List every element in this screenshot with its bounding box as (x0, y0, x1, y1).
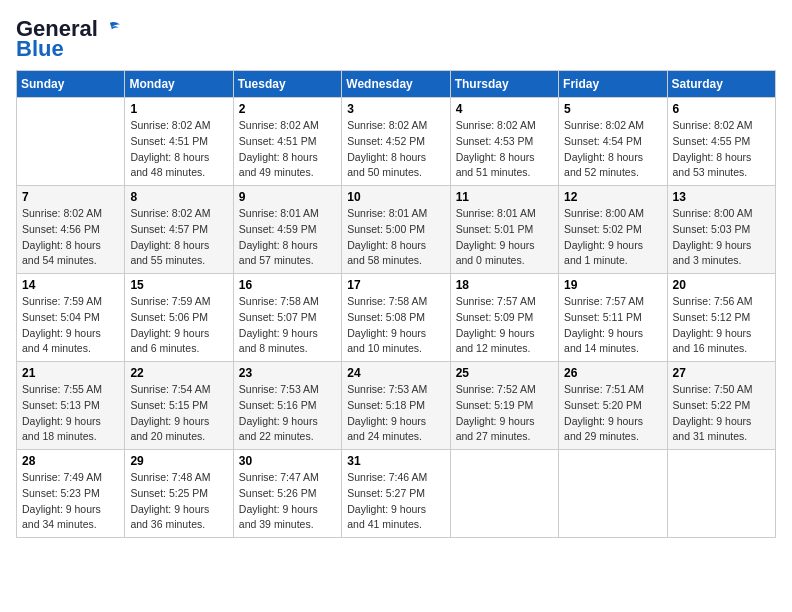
daylight-label: Daylight: 9 hours and 16 minutes. (673, 327, 752, 355)
day-number: 4 (456, 102, 553, 116)
day-number: 6 (673, 102, 770, 116)
calendar-cell: 27 Sunrise: 7:50 AM Sunset: 5:22 PM Dayl… (667, 362, 775, 450)
day-number: 23 (239, 366, 336, 380)
calendar-cell: 14 Sunrise: 7:59 AM Sunset: 5:04 PM Dayl… (17, 274, 125, 362)
day-of-week-header: Saturday (667, 71, 775, 98)
day-number: 28 (22, 454, 119, 468)
day-info: Sunrise: 8:02 AM Sunset: 4:57 PM Dayligh… (130, 206, 227, 269)
day-number: 30 (239, 454, 336, 468)
sunset-label: Sunset: 4:54 PM (564, 135, 642, 147)
sunrise-label: Sunrise: 7:59 AM (130, 295, 210, 307)
day-info: Sunrise: 7:55 AM Sunset: 5:13 PM Dayligh… (22, 382, 119, 445)
day-info: Sunrise: 8:02 AM Sunset: 4:51 PM Dayligh… (239, 118, 336, 181)
day-info: Sunrise: 7:49 AM Sunset: 5:23 PM Dayligh… (22, 470, 119, 533)
day-of-week-header: Monday (125, 71, 233, 98)
daylight-label: Daylight: 9 hours and 31 minutes. (673, 415, 752, 443)
daylight-label: Daylight: 9 hours and 36 minutes. (130, 503, 209, 531)
calendar-cell: 28 Sunrise: 7:49 AM Sunset: 5:23 PM Dayl… (17, 450, 125, 538)
day-info: Sunrise: 7:57 AM Sunset: 5:09 PM Dayligh… (456, 294, 553, 357)
day-number: 13 (673, 190, 770, 204)
calendar-cell: 30 Sunrise: 7:47 AM Sunset: 5:26 PM Dayl… (233, 450, 341, 538)
sunset-label: Sunset: 5:09 PM (456, 311, 534, 323)
day-number: 5 (564, 102, 661, 116)
day-number: 26 (564, 366, 661, 380)
day-number: 8 (130, 190, 227, 204)
calendar-week-row: 14 Sunrise: 7:59 AM Sunset: 5:04 PM Dayl… (17, 274, 776, 362)
sunrise-label: Sunrise: 7:55 AM (22, 383, 102, 395)
calendar-cell: 24 Sunrise: 7:53 AM Sunset: 5:18 PM Dayl… (342, 362, 450, 450)
day-info: Sunrise: 7:59 AM Sunset: 5:04 PM Dayligh… (22, 294, 119, 357)
sunrise-label: Sunrise: 7:59 AM (22, 295, 102, 307)
sunrise-label: Sunrise: 7:57 AM (456, 295, 536, 307)
sunset-label: Sunset: 5:08 PM (347, 311, 425, 323)
day-number: 2 (239, 102, 336, 116)
day-number: 29 (130, 454, 227, 468)
daylight-label: Daylight: 9 hours and 18 minutes. (22, 415, 101, 443)
sunrise-label: Sunrise: 8:00 AM (673, 207, 753, 219)
day-number: 18 (456, 278, 553, 292)
day-info: Sunrise: 7:51 AM Sunset: 5:20 PM Dayligh… (564, 382, 661, 445)
sunset-label: Sunset: 4:53 PM (456, 135, 534, 147)
day-info: Sunrise: 7:53 AM Sunset: 5:18 PM Dayligh… (347, 382, 444, 445)
calendar-cell: 10 Sunrise: 8:01 AM Sunset: 5:00 PM Dayl… (342, 186, 450, 274)
calendar-cell: 12 Sunrise: 8:00 AM Sunset: 5:02 PM Dayl… (559, 186, 667, 274)
calendar-cell: 25 Sunrise: 7:52 AM Sunset: 5:19 PM Dayl… (450, 362, 558, 450)
day-info: Sunrise: 8:00 AM Sunset: 5:03 PM Dayligh… (673, 206, 770, 269)
page-header: General Blue (16, 16, 776, 62)
sunset-label: Sunset: 4:51 PM (130, 135, 208, 147)
day-number: 14 (22, 278, 119, 292)
calendar-cell: 11 Sunrise: 8:01 AM Sunset: 5:01 PM Dayl… (450, 186, 558, 274)
day-info: Sunrise: 8:02 AM Sunset: 4:56 PM Dayligh… (22, 206, 119, 269)
sunset-label: Sunset: 5:15 PM (130, 399, 208, 411)
sunrise-label: Sunrise: 8:01 AM (347, 207, 427, 219)
sunset-label: Sunset: 4:52 PM (347, 135, 425, 147)
calendar-cell: 13 Sunrise: 8:00 AM Sunset: 5:03 PM Dayl… (667, 186, 775, 274)
sunset-label: Sunset: 5:18 PM (347, 399, 425, 411)
day-number: 22 (130, 366, 227, 380)
daylight-label: Daylight: 8 hours and 58 minutes. (347, 239, 426, 267)
sunrise-label: Sunrise: 7:48 AM (130, 471, 210, 483)
day-number: 19 (564, 278, 661, 292)
sunset-label: Sunset: 5:11 PM (564, 311, 642, 323)
day-info: Sunrise: 7:58 AM Sunset: 5:07 PM Dayligh… (239, 294, 336, 357)
day-info: Sunrise: 7:58 AM Sunset: 5:08 PM Dayligh… (347, 294, 444, 357)
day-info: Sunrise: 7:57 AM Sunset: 5:11 PM Dayligh… (564, 294, 661, 357)
day-of-week-header: Wednesday (342, 71, 450, 98)
day-info: Sunrise: 7:56 AM Sunset: 5:12 PM Dayligh… (673, 294, 770, 357)
sunset-label: Sunset: 4:55 PM (673, 135, 751, 147)
day-info: Sunrise: 8:02 AM Sunset: 4:51 PM Dayligh… (130, 118, 227, 181)
daylight-label: Daylight: 8 hours and 51 minutes. (456, 151, 535, 179)
daylight-label: Daylight: 9 hours and 24 minutes. (347, 415, 426, 443)
calendar-week-row: 21 Sunrise: 7:55 AM Sunset: 5:13 PM Dayl… (17, 362, 776, 450)
day-number: 27 (673, 366, 770, 380)
sunrise-label: Sunrise: 7:54 AM (130, 383, 210, 395)
sunset-label: Sunset: 4:59 PM (239, 223, 317, 235)
calendar-cell: 2 Sunrise: 8:02 AM Sunset: 4:51 PM Dayli… (233, 98, 341, 186)
sunset-label: Sunset: 5:23 PM (22, 487, 100, 499)
daylight-label: Daylight: 9 hours and 0 minutes. (456, 239, 535, 267)
sunset-label: Sunset: 5:22 PM (673, 399, 751, 411)
daylight-label: Daylight: 8 hours and 57 minutes. (239, 239, 318, 267)
sunset-label: Sunset: 5:20 PM (564, 399, 642, 411)
day-number: 25 (456, 366, 553, 380)
day-info: Sunrise: 8:02 AM Sunset: 4:53 PM Dayligh… (456, 118, 553, 181)
daylight-label: Daylight: 9 hours and 29 minutes. (564, 415, 643, 443)
sunset-label: Sunset: 5:06 PM (130, 311, 208, 323)
sunrise-label: Sunrise: 7:56 AM (673, 295, 753, 307)
daylight-label: Daylight: 8 hours and 49 minutes. (239, 151, 318, 179)
calendar-cell: 4 Sunrise: 8:02 AM Sunset: 4:53 PM Dayli… (450, 98, 558, 186)
sunrise-label: Sunrise: 7:52 AM (456, 383, 536, 395)
day-number: 16 (239, 278, 336, 292)
day-info: Sunrise: 7:54 AM Sunset: 5:15 PM Dayligh… (130, 382, 227, 445)
day-info: Sunrise: 7:47 AM Sunset: 5:26 PM Dayligh… (239, 470, 336, 533)
sunrise-label: Sunrise: 8:00 AM (564, 207, 644, 219)
daylight-label: Daylight: 9 hours and 22 minutes. (239, 415, 318, 443)
day-number: 3 (347, 102, 444, 116)
sunrise-label: Sunrise: 7:57 AM (564, 295, 644, 307)
calendar-cell (559, 450, 667, 538)
sunset-label: Sunset: 5:01 PM (456, 223, 534, 235)
sunset-label: Sunset: 5:12 PM (673, 311, 751, 323)
sunset-label: Sunset: 4:51 PM (239, 135, 317, 147)
sunrise-label: Sunrise: 8:02 AM (673, 119, 753, 131)
daylight-label: Daylight: 9 hours and 20 minutes. (130, 415, 209, 443)
